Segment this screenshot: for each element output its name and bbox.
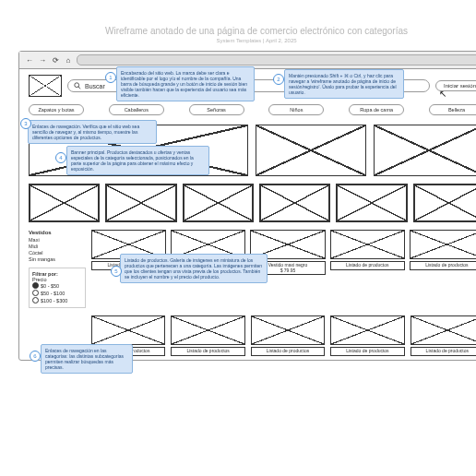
product-caption: Listado de productos [171,347,244,356]
product-caption: Listado de productos [330,261,405,270]
filter-box: Filtrar por: Precio $0 - $50 $50 - $100 … [29,268,86,308]
back-icon[interactable]: ← [25,55,34,65]
url-bar[interactable] [77,54,476,65]
product-image[interactable] [259,184,330,222]
featured-row [19,180,476,226]
svg-line-1 [78,87,80,89]
note-4: Banner principal. Productos destacados u… [66,146,209,175]
forward-icon[interactable]: → [38,55,47,65]
product-image[interactable] [413,184,476,222]
sidebar-opt[interactable]: Cóctel [29,250,86,256]
product-image[interactable] [91,315,165,345]
note-num-2: 2 [273,74,284,85]
price-range-1[interactable]: $50 - $100 [32,290,82,296]
cat-men[interactable]: Caballeros [109,104,164,115]
note-5: Listado de productos. Galería de imágene… [120,254,268,283]
product-image[interactable] [105,184,176,222]
sidebar: Vestidos Maxi Midi Cóctel Sin mangas Fil… [29,230,86,308]
note-num-6: 6 [30,351,41,362]
product-image[interactable] [411,315,476,345]
product-image[interactable] [183,184,254,222]
note-num-3: 3 [20,118,31,129]
sidebar-opt[interactable]: Sin mangas [29,256,86,262]
product-image[interactable] [171,315,244,345]
cursor-icon: ↖ [439,89,446,99]
sidebar-title: Vestidos [29,230,86,235]
product-image[interactable] [330,230,405,259]
note-3: Enlaces de navegación. Verifica que el s… [28,120,157,144]
cat-kids[interactable]: Niños [268,104,324,115]
note-2: Mantén presionado Shift + ⌘ o Ctrl, y ha… [284,69,404,99]
note-num-5: 5 [111,266,122,277]
product-caption: Listado de productos [411,347,476,356]
sidebar-opt[interactable]: Midi [29,244,86,249]
cat-beauty[interactable]: Belleza [429,104,476,115]
category-nav: Zapatos y botas Caballeros Señoras Niños… [19,102,476,121]
note-num-4: 4 [55,152,66,163]
product-image[interactable] [336,184,407,222]
cat-shoes[interactable]: Zapatos y botas [29,104,84,115]
product-caption: Listado de productos [410,261,476,270]
reload-icon[interactable]: ⟳ [51,55,60,65]
product-image[interactable] [29,184,100,222]
product-caption: Listado de productos [251,347,325,356]
cat-women[interactable]: Señoras [189,104,244,115]
price-range-2[interactable]: $100 - $300 [32,297,82,303]
product-image[interactable] [251,315,325,345]
page-title: Wireframe anotado de una página de comer… [18,26,476,36]
note-num-1: 1 [105,72,116,83]
price-range-0[interactable]: $0 - $50 [32,282,82,289]
product-caption: Listado de productos [330,347,404,356]
page-subtitle: System Templates | April 2, 2025 [18,38,476,43]
sidebar-opt[interactable]: Maxi [29,237,86,243]
hero-image-2 [374,125,476,176]
note-1: Encabezado del sitio web. La marca debe … [116,66,255,101]
search-placeholder: Buscar [85,83,105,89]
note-6: Enlaces de navegación en las categorías:… [41,344,133,374]
cat-bedding[interactable]: Ropa de cama [349,104,404,115]
product-image[interactable] [330,315,404,345]
search-icon [74,82,81,89]
logo-placeholder [29,75,62,97]
home-icon[interactable]: ⌂ [64,55,73,65]
hero-image-1 [256,125,366,176]
product-image[interactable] [410,230,476,259]
